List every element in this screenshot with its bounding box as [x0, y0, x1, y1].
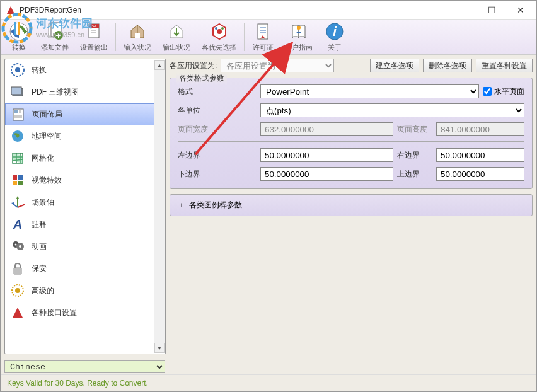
toolbar-userguide[interactable]: 用户指南	[280, 21, 318, 54]
legend-params-fieldset: + 各类图例桿参数	[170, 194, 533, 216]
format-select[interactable]: PowerPoint	[260, 84, 479, 98]
sidebar-item-advanced[interactable]: 高级的	[5, 280, 154, 302]
sidebar-item-annotation[interactable]: A 註释	[5, 214, 154, 236]
toolbar: 转换 添加文件 PDF 设置输出 输入状况 输出状况 各优先选择 许可证	[1, 20, 536, 55]
svg-point-40	[19, 245, 21, 248]
pdf3d-icon	[10, 84, 25, 100]
legend-params-label: 各类图例桿参数	[189, 200, 242, 210]
sidebar-label: 地理空间	[32, 131, 62, 142]
sidebar-item-meshing[interactable]: 网格化	[5, 147, 154, 170]
right-margin-label: 右边界	[397, 150, 432, 161]
horizontal-page-label: 水平页面	[494, 86, 524, 97]
sidebar-item-pagelayout[interactable]: 页面佈局	[5, 103, 154, 125]
fieldset-legend: 各类格式参数	[176, 73, 227, 84]
globe-icon	[10, 129, 25, 144]
page-width-label: 页面宽度	[178, 124, 257, 135]
advanced-icon	[10, 283, 25, 298]
toolbar-convert[interactable]: 转换	[3, 21, 35, 54]
prefs-icon	[209, 21, 229, 42]
toolbar-addfile[interactable]: 添加文件	[36, 21, 74, 54]
toolbar-label: 用户指南	[285, 43, 313, 52]
top-margin-label: 上边界	[397, 169, 432, 180]
reset-settings-button[interactable]: 重置各种设置	[476, 59, 533, 72]
toolbar-separator	[115, 23, 116, 51]
page-height-input[interactable]	[436, 122, 524, 136]
toolbar-outputstatus[interactable]: 输出状况	[158, 21, 195, 54]
unit-label: 各单位	[178, 105, 257, 116]
pagelayout-icon	[11, 107, 26, 122]
film-icon	[10, 239, 25, 254]
svg-text:PDF: PDF	[91, 24, 97, 28]
svg-rect-41	[14, 268, 21, 274]
toolbar-label: 输出状况	[163, 43, 190, 52]
bottom-margin-label: 下边界	[178, 169, 257, 180]
language-select[interactable]: Chinese	[4, 360, 165, 373]
toolbar-label: 转换	[12, 43, 26, 52]
apply-settings-select[interactable]: 各应用设置为	[221, 59, 334, 72]
sidebar-item-geospatial[interactable]: 地理空间	[5, 125, 154, 147]
setoutput-icon: PDF	[84, 21, 104, 42]
convert-icon	[9, 21, 29, 42]
sidebar-scrollbar[interactable]: ▲ ▼	[154, 60, 165, 353]
toolbar-label: 关于	[328, 43, 342, 52]
sidebar-item-interface[interactable]: 各种接口设置	[5, 302, 154, 324]
svg-rect-27	[14, 110, 18, 113]
apply-settings-label: 各应用设置为:	[170, 61, 217, 71]
interface-icon	[10, 305, 25, 320]
scroll-down-icon[interactable]: ▼	[154, 343, 165, 353]
lock-icon	[10, 261, 25, 276]
sidebar-label: 场景轴	[32, 197, 54, 208]
delete-options-button[interactable]: 删除各选项	[423, 59, 472, 72]
sidebar-label: 视觉特效	[32, 175, 62, 186]
toolbar-setoutput[interactable]: PDF 设置输出	[75, 21, 113, 54]
toolbar-license[interactable]: 许可证	[247, 21, 279, 54]
toolbar-prefs[interactable]: 各优先选择	[197, 21, 241, 54]
sidebar-label: 保安	[32, 263, 47, 274]
left-margin-input[interactable]	[260, 148, 393, 162]
left-margin-label: 左边界	[178, 150, 257, 161]
create-options-button[interactable]: 建立各选项	[370, 59, 419, 72]
page-width-input[interactable]	[260, 122, 393, 136]
horizontal-page-checkbox[interactable]: 水平页面	[483, 86, 524, 97]
gear-icon	[10, 62, 25, 78]
titlebar: PDF3DReportGen — ☐ ✕	[1, 1, 536, 20]
svg-point-16	[221, 27, 224, 30]
bottom-margin-input[interactable]	[260, 167, 393, 181]
toolbar-label: 输入状况	[124, 43, 151, 52]
format-params-fieldset: 各类格式参数 格式 PowerPoint 水平页面 各单位 点(pts) 页面宽…	[170, 78, 533, 189]
license-icon	[253, 21, 273, 42]
top-margin-input[interactable]	[436, 167, 524, 181]
axis-icon	[10, 195, 25, 210]
right-margin-input[interactable]	[436, 148, 524, 162]
sidebar-item-pdf3d[interactable]: PDF 三维视图	[5, 81, 154, 103]
sidebar-item-security[interactable]: 保安	[5, 258, 154, 280]
addfile-icon	[45, 21, 65, 42]
sidebar-label: 高级的	[32, 285, 54, 296]
sidebar-label: 各种接口设置	[32, 308, 77, 318]
inputstatus-icon	[127, 21, 147, 42]
sidebar-item-convert[interactable]: 转换	[5, 59, 154, 81]
window-title: PDF3DReportGen	[20, 6, 448, 14]
toolbar-inputstatus[interactable]: 输入状况	[118, 21, 156, 54]
page-height-label: 页面高度	[397, 124, 432, 135]
sidebar-item-animation[interactable]: 动画	[5, 236, 154, 258]
toolbar-label: 设置输出	[80, 43, 108, 52]
horizontal-page-input[interactable]	[483, 87, 492, 96]
footer-language: Chinese	[1, 358, 536, 374]
expand-toggle[interactable]: +	[178, 202, 185, 209]
close-button[interactable]: ✕	[506, 1, 535, 19]
svg-text:A: A	[13, 217, 22, 231]
mesh-icon	[10, 151, 25, 166]
toolbar-about[interactable]: i 关于	[319, 21, 350, 54]
sidebar-label: 转换	[32, 65, 47, 76]
sidebar-label: 页面佈局	[32, 109, 62, 120]
maximize-button[interactable]: ☐	[477, 1, 506, 19]
sidebar-item-sceneaxis[interactable]: 场景轴	[5, 192, 154, 214]
minimize-button[interactable]: —	[448, 1, 477, 19]
sidebar-label: 动画	[32, 241, 47, 252]
svg-rect-29	[13, 175, 17, 180]
sidebar-item-visualfx[interactable]: 视觉特效	[5, 170, 154, 192]
annotation-icon: A	[10, 217, 25, 232]
unit-select[interactable]: 点(pts)	[260, 103, 524, 117]
scroll-up-icon[interactable]: ▲	[154, 60, 165, 70]
